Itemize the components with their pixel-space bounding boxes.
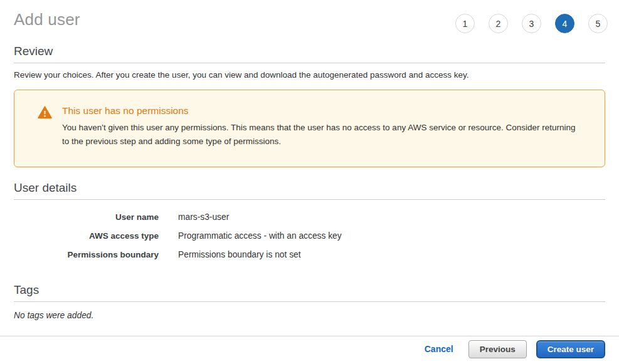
user-details-section: User details User name mars-s3-user AWS … bbox=[14, 181, 605, 264]
user-details-rows: User name mars-s3-user AWS access type P… bbox=[14, 200, 605, 264]
review-description: Review your choices. After you create th… bbox=[14, 70, 605, 80]
wizard-step-indicator: 1 2 3 4 5 bbox=[455, 14, 608, 33]
review-section: Review Review your choices. After you cr… bbox=[14, 44, 605, 80]
warning-icon-wrap bbox=[27, 105, 62, 150]
tags-empty-message: No tags were added. bbox=[14, 311, 605, 320]
step-5-circle: 5 bbox=[588, 14, 608, 33]
table-row: Permissions boundary Permissions boundar… bbox=[14, 246, 605, 264]
permissions-boundary-label: Permissions boundary bbox=[14, 250, 159, 259]
table-row: User name mars-s3-user bbox=[14, 208, 605, 227]
tags-section: Tags No tags were added. bbox=[14, 283, 605, 320]
aws-access-type-label: AWS access type bbox=[14, 231, 159, 241]
warning-triangle-icon bbox=[38, 106, 52, 150]
user-details-heading: User details bbox=[14, 181, 605, 200]
aws-access-type-value: Programmatic access - with an access key bbox=[178, 231, 342, 241]
tags-heading: Tags bbox=[14, 283, 605, 302]
cancel-link[interactable]: Cancel bbox=[425, 344, 453, 354]
warning-title: This user has no permissions bbox=[62, 105, 582, 117]
review-heading: Review bbox=[14, 44, 605, 63]
step-1-circle: 1 bbox=[455, 14, 475, 33]
warning-body: You haven't given this user any permissi… bbox=[62, 121, 582, 148]
create-user-button[interactable]: Create user bbox=[536, 340, 605, 358]
no-permissions-warning: This user has no permissions You haven't… bbox=[14, 90, 605, 167]
warning-content: This user has no permissions You haven't… bbox=[62, 105, 582, 150]
permissions-boundary-value: Permissions boundary is not set bbox=[178, 250, 301, 259]
step-3-circle: 3 bbox=[522, 14, 541, 33]
step-4-circle-active: 4 bbox=[555, 14, 574, 33]
previous-button[interactable]: Previous bbox=[468, 340, 527, 358]
user-name-value: mars-s3-user bbox=[178, 212, 229, 222]
table-row: AWS access type Programmatic access - wi… bbox=[14, 227, 605, 246]
wizard-footer: Cancel Previous Create user bbox=[0, 336, 619, 364]
user-name-label: User name bbox=[14, 212, 159, 222]
step-2-circle: 2 bbox=[489, 14, 508, 33]
